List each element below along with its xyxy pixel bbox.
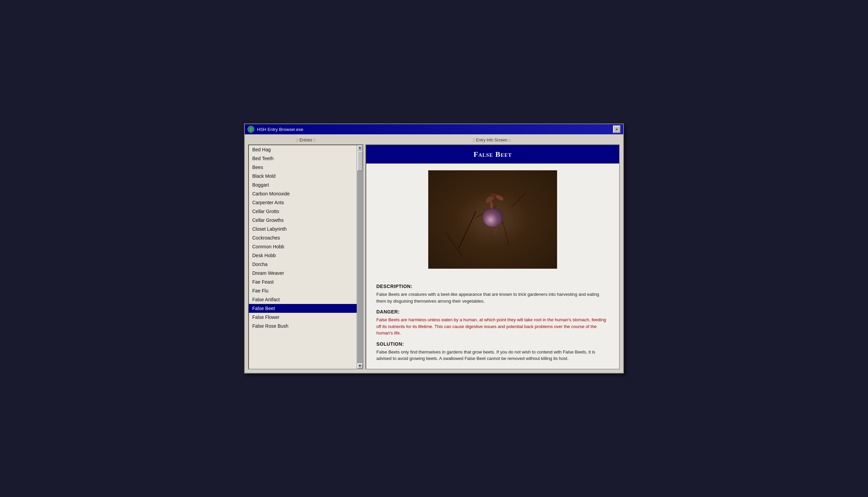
- list-item-false-artifact[interactable]: False Artifact: [249, 295, 357, 304]
- list-item-false-beet[interactable]: False Beet: [249, 304, 357, 313]
- entry-content: DESCRIPTION: False Beets are creatures w…: [366, 275, 619, 365]
- entry-title: False Beet: [366, 145, 619, 164]
- app-title: HSH Entry Browser.exe: [257, 127, 304, 132]
- list-item-fae-feast[interactable]: Fae Feast: [249, 278, 357, 286]
- list-item-desk-hobb[interactable]: Desk Hobb: [249, 251, 357, 260]
- entries-scrollbar: ▲ ▼: [357, 145, 363, 369]
- list-item-cellar-growths[interactable]: Cellar Growths: [249, 216, 357, 225]
- scroll-thumb[interactable]: [357, 151, 363, 171]
- list-item-false-flower[interactable]: False Flower: [249, 313, 357, 322]
- content-area: Bed HagBed TeethBeesBlack MoldBoggartCar…: [248, 144, 620, 369]
- title-bar-left: HSH Entry Browser.exe: [248, 126, 304, 133]
- list-item-false-rose-bush[interactable]: False Rose Bush: [249, 322, 357, 330]
- list-item-bees[interactable]: Bees: [249, 163, 357, 172]
- crack-decoration-1: [458, 211, 476, 248]
- crack-decoration-3: [511, 193, 526, 208]
- list-container: Bed HagBed TeethBeesBlack MoldBoggartCar…: [249, 145, 363, 369]
- title-bar: HSH Entry Browser.exe ✕: [245, 124, 623, 134]
- crack-decoration-2: [502, 220, 510, 246]
- danger-heading: DANGER:: [376, 309, 609, 314]
- beet-illustration: [428, 170, 557, 269]
- list-panel: Bed HagBed TeethBeesBlack MoldBoggartCar…: [248, 144, 364, 369]
- beet-body: [483, 209, 503, 227]
- list-item-carbon-monoxide[interactable]: Carbon Monoxide: [249, 189, 357, 198]
- danger-body: False Beets are harmless unless eaten by…: [376, 316, 609, 337]
- description-body: False Beets are creatures with a beet-li…: [376, 291, 609, 304]
- list-item-common-hobb[interactable]: Common Hobb: [249, 242, 357, 251]
- entries-list: Bed HagBed TeethBeesBlack MoldBoggartCar…: [249, 145, 357, 369]
- close-button[interactable]: ✕: [613, 126, 620, 133]
- scroll-down-button[interactable]: ▼: [357, 363, 363, 369]
- list-item-cellar-grotto[interactable]: Cellar Grotto: [249, 207, 357, 216]
- scroll-track: [357, 151, 363, 363]
- main-window: HSH Entry Browser.exe ✕ :: Entries :: ::…: [244, 124, 624, 373]
- list-item-bed-hag[interactable]: Bed Hag: [249, 145, 357, 154]
- list-item-dream-weaver[interactable]: Dream Weaver: [249, 269, 357, 278]
- solution-body: False Beets only find themselves in gard…: [376, 349, 609, 362]
- section-labels: :: Entries :: :: Entry Info Screen ::: [248, 138, 620, 142]
- list-item-black-mold[interactable]: Black Mold: [249, 172, 357, 181]
- list-item-dorcha[interactable]: Dorcha: [249, 260, 357, 269]
- entry-image: [428, 170, 557, 269]
- list-item-bed-teeth[interactable]: Bed Teeth: [249, 154, 357, 163]
- list-item-cockroaches[interactable]: Cockroaches: [249, 233, 357, 242]
- app-icon: [248, 126, 254, 133]
- window-body: :: Entries :: :: Entry Info Screen :: Be…: [245, 134, 623, 373]
- list-item-boggart[interactable]: Boggart: [249, 181, 357, 189]
- list-item-closet-labyrinth[interactable]: Closet Labyrinth: [249, 225, 357, 233]
- scroll-up-button[interactable]: ▲: [357, 145, 363, 151]
- solution-heading: SOLUTION:: [376, 341, 609, 347]
- info-section-label: :: Entry Info Screen ::: [364, 138, 620, 142]
- list-item-carpenter-ants[interactable]: Carpenter Ants: [249, 198, 357, 207]
- list-item-fae-flu[interactable]: Fae Flu: [249, 286, 357, 295]
- description-heading: DESCRIPTION:: [376, 284, 609, 289]
- entry-image-container: [366, 164, 619, 275]
- info-panel: False Beet: [366, 144, 620, 369]
- entries-section-label: :: Entries ::: [248, 138, 364, 142]
